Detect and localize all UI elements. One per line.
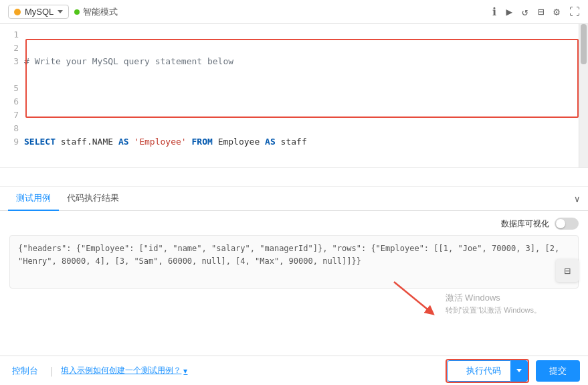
line-numbers: 1 2 3 5 6 7 8 9 <box>0 27 24 165</box>
hint-link[interactable]: 填入示例如何创建一个测试用例？ ▾ <box>61 365 187 376</box>
settings-icon[interactable]: ⚙ <box>553 5 560 18</box>
undo-icon[interactable]: ↺ <box>522 5 528 18</box>
db-selector-chevron-icon <box>58 10 63 13</box>
exec-dropdown-button[interactable] <box>511 360 528 382</box>
topbar: MySQL 智能模式 ℹ ▶ ↺ ⊟ ⚙ ⛶ <box>0 0 588 24</box>
console-tab[interactable]: 控制台 <box>8 365 42 377</box>
db-visual-label: 数据库可视化 <box>501 218 549 230</box>
exec-caret-icon <box>516 369 522 372</box>
smart-mode-dot <box>74 9 80 15</box>
result-tabs: 测试用例 代码执行结果 ∨ <box>0 187 588 211</box>
tab-execution-result[interactable]: 代码执行结果 <box>59 187 127 211</box>
editor-gap <box>0 168 588 187</box>
smart-mode-indicator: 智能模式 <box>74 6 118 18</box>
submit-button[interactable]: 提交 <box>536 360 580 382</box>
db-type-label: MySQL <box>25 7 54 17</box>
windows-watermark: 激活 Windows 转到"设置"以激活 Windows。 <box>446 291 542 315</box>
code-content[interactable]: # Write your MySQL query statement below… <box>24 27 588 165</box>
exec-button-group: 执行代码 <box>446 359 529 383</box>
topbar-actions: ℹ ▶ ↺ ⊟ ⚙ ⛶ <box>492 5 580 18</box>
info-icon[interactable]: ℹ <box>492 5 496 18</box>
run-icon[interactable]: ▶ <box>506 5 512 18</box>
db-status-dot <box>14 9 21 15</box>
minus-icon[interactable]: ⊟ <box>538 5 545 18</box>
tabs-expand-icon[interactable]: ∨ <box>575 194 580 204</box>
result-panel: 数据库可视化 {"headers": {"Employee": ["id", "… <box>0 211 588 356</box>
test-data-input[interactable]: {"headers": {"Employee": ["id", "name", … <box>9 235 579 289</box>
hint-dropdown-icon: ▾ <box>183 366 187 376</box>
db-visual-toggle[interactable] <box>555 218 579 230</box>
toggle-knob <box>556 219 565 228</box>
editor-scrollbar-thumb[interactable] <box>581 24 587 64</box>
exec-label: 执行代码 <box>466 365 501 377</box>
tab-test-cases[interactable]: 测试用例 <box>8 187 59 211</box>
db-selector[interactable]: MySQL <box>8 5 69 19</box>
editor-scrollbar[interactable] <box>579 24 588 167</box>
expand-icon[interactable]: ⛶ <box>569 5 580 18</box>
bottom-bar: 控制台 | 填入示例如何创建一个测试用例？ ▾ 执行代码 提交 <box>0 356 588 385</box>
exec-button[interactable]: 执行代码 <box>447 360 511 382</box>
db-visual-row: 数据库可视化 <box>9 218 579 230</box>
smart-mode-label: 智能模式 <box>83 6 118 18</box>
play-icon <box>457 368 462 374</box>
copy-button[interactable]: ⊟ <box>556 259 579 282</box>
code-editor[interactable]: 1 2 3 5 6 7 8 9 # Write your MySQL query… <box>0 24 588 168</box>
